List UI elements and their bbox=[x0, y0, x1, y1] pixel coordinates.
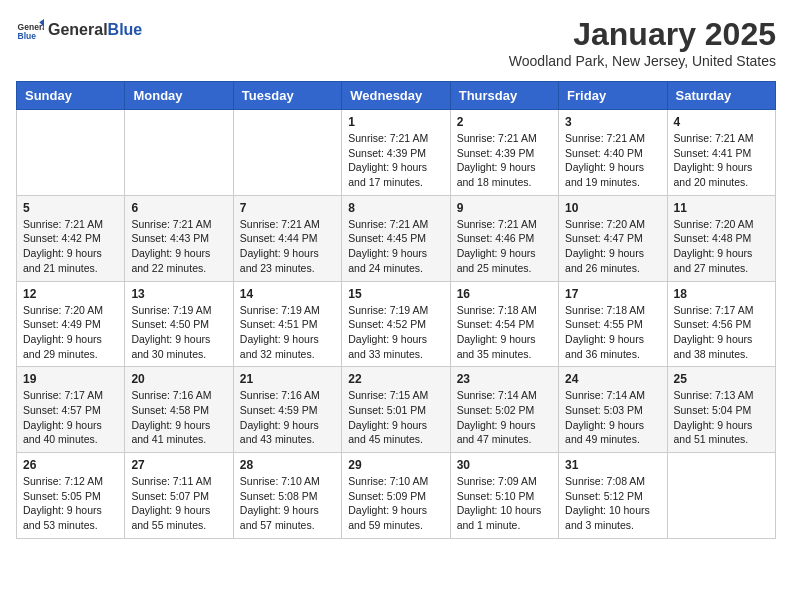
calendar-week-row: 26Sunrise: 7:12 AM Sunset: 5:05 PM Dayli… bbox=[17, 453, 776, 539]
logo-icon: General Blue bbox=[16, 16, 44, 44]
calendar-week-row: 12Sunrise: 7:20 AM Sunset: 4:49 PM Dayli… bbox=[17, 281, 776, 367]
calendar-cell: 19Sunrise: 7:17 AM Sunset: 4:57 PM Dayli… bbox=[17, 367, 125, 453]
page-header: General Blue GeneralBlue January 2025 Wo… bbox=[16, 16, 776, 69]
calendar-cell: 21Sunrise: 7:16 AM Sunset: 4:59 PM Dayli… bbox=[233, 367, 341, 453]
day-info: Sunrise: 7:08 AM Sunset: 5:12 PM Dayligh… bbox=[565, 474, 660, 533]
title-block: January 2025 Woodland Park, New Jersey, … bbox=[509, 16, 776, 69]
calendar-cell: 14Sunrise: 7:19 AM Sunset: 4:51 PM Dayli… bbox=[233, 281, 341, 367]
day-info: Sunrise: 7:14 AM Sunset: 5:03 PM Dayligh… bbox=[565, 388, 660, 447]
day-number: 12 bbox=[23, 287, 118, 301]
day-info: Sunrise: 7:19 AM Sunset: 4:52 PM Dayligh… bbox=[348, 303, 443, 362]
day-number: 10 bbox=[565, 201, 660, 215]
calendar-cell: 23Sunrise: 7:14 AM Sunset: 5:02 PM Dayli… bbox=[450, 367, 558, 453]
day-number: 21 bbox=[240, 372, 335, 386]
day-info: Sunrise: 7:21 AM Sunset: 4:45 PM Dayligh… bbox=[348, 217, 443, 276]
day-number: 28 bbox=[240, 458, 335, 472]
calendar-cell: 26Sunrise: 7:12 AM Sunset: 5:05 PM Dayli… bbox=[17, 453, 125, 539]
day-number: 18 bbox=[674, 287, 769, 301]
day-number: 3 bbox=[565, 115, 660, 129]
calendar-cell: 30Sunrise: 7:09 AM Sunset: 5:10 PM Dayli… bbox=[450, 453, 558, 539]
logo-general: General bbox=[48, 21, 108, 39]
calendar-cell: 11Sunrise: 7:20 AM Sunset: 4:48 PM Dayli… bbox=[667, 195, 775, 281]
calendar-cell: 1Sunrise: 7:21 AM Sunset: 4:39 PM Daylig… bbox=[342, 110, 450, 196]
day-number: 22 bbox=[348, 372, 443, 386]
day-info: Sunrise: 7:21 AM Sunset: 4:44 PM Dayligh… bbox=[240, 217, 335, 276]
day-number: 15 bbox=[348, 287, 443, 301]
calendar-week-row: 19Sunrise: 7:17 AM Sunset: 4:57 PM Dayli… bbox=[17, 367, 776, 453]
day-info: Sunrise: 7:21 AM Sunset: 4:46 PM Dayligh… bbox=[457, 217, 552, 276]
location-title: Woodland Park, New Jersey, United States bbox=[509, 53, 776, 69]
day-number: 26 bbox=[23, 458, 118, 472]
day-info: Sunrise: 7:21 AM Sunset: 4:39 PM Dayligh… bbox=[348, 131, 443, 190]
day-number: 13 bbox=[131, 287, 226, 301]
calendar-cell: 20Sunrise: 7:16 AM Sunset: 4:58 PM Dayli… bbox=[125, 367, 233, 453]
day-info: Sunrise: 7:21 AM Sunset: 4:41 PM Dayligh… bbox=[674, 131, 769, 190]
calendar-cell bbox=[233, 110, 341, 196]
calendar-cell bbox=[17, 110, 125, 196]
day-number: 5 bbox=[23, 201, 118, 215]
day-info: Sunrise: 7:21 AM Sunset: 4:42 PM Dayligh… bbox=[23, 217, 118, 276]
calendar-cell: 28Sunrise: 7:10 AM Sunset: 5:08 PM Dayli… bbox=[233, 453, 341, 539]
day-number: 14 bbox=[240, 287, 335, 301]
day-number: 7 bbox=[240, 201, 335, 215]
calendar-cell bbox=[125, 110, 233, 196]
day-number: 11 bbox=[674, 201, 769, 215]
calendar-cell: 13Sunrise: 7:19 AM Sunset: 4:50 PM Dayli… bbox=[125, 281, 233, 367]
day-info: Sunrise: 7:10 AM Sunset: 5:08 PM Dayligh… bbox=[240, 474, 335, 533]
calendar-header-row: SundayMondayTuesdayWednesdayThursdayFrid… bbox=[17, 82, 776, 110]
day-info: Sunrise: 7:21 AM Sunset: 4:43 PM Dayligh… bbox=[131, 217, 226, 276]
day-info: Sunrise: 7:17 AM Sunset: 4:57 PM Dayligh… bbox=[23, 388, 118, 447]
day-number: 24 bbox=[565, 372, 660, 386]
day-number: 31 bbox=[565, 458, 660, 472]
day-number: 30 bbox=[457, 458, 552, 472]
calendar-day-header: Friday bbox=[559, 82, 667, 110]
day-info: Sunrise: 7:13 AM Sunset: 5:04 PM Dayligh… bbox=[674, 388, 769, 447]
calendar-cell: 29Sunrise: 7:10 AM Sunset: 5:09 PM Dayli… bbox=[342, 453, 450, 539]
day-number: 6 bbox=[131, 201, 226, 215]
day-info: Sunrise: 7:12 AM Sunset: 5:05 PM Dayligh… bbox=[23, 474, 118, 533]
calendar-week-row: 1Sunrise: 7:21 AM Sunset: 4:39 PM Daylig… bbox=[17, 110, 776, 196]
calendar-cell: 6Sunrise: 7:21 AM Sunset: 4:43 PM Daylig… bbox=[125, 195, 233, 281]
calendar-cell: 25Sunrise: 7:13 AM Sunset: 5:04 PM Dayli… bbox=[667, 367, 775, 453]
day-number: 17 bbox=[565, 287, 660, 301]
day-number: 9 bbox=[457, 201, 552, 215]
day-number: 1 bbox=[348, 115, 443, 129]
calendar-cell: 4Sunrise: 7:21 AM Sunset: 4:41 PM Daylig… bbox=[667, 110, 775, 196]
calendar-cell: 18Sunrise: 7:17 AM Sunset: 4:56 PM Dayli… bbox=[667, 281, 775, 367]
calendar-cell: 27Sunrise: 7:11 AM Sunset: 5:07 PM Dayli… bbox=[125, 453, 233, 539]
calendar-cell: 31Sunrise: 7:08 AM Sunset: 5:12 PM Dayli… bbox=[559, 453, 667, 539]
day-info: Sunrise: 7:14 AM Sunset: 5:02 PM Dayligh… bbox=[457, 388, 552, 447]
day-number: 4 bbox=[674, 115, 769, 129]
day-number: 8 bbox=[348, 201, 443, 215]
day-info: Sunrise: 7:21 AM Sunset: 4:39 PM Dayligh… bbox=[457, 131, 552, 190]
calendar-cell: 7Sunrise: 7:21 AM Sunset: 4:44 PM Daylig… bbox=[233, 195, 341, 281]
day-number: 23 bbox=[457, 372, 552, 386]
day-info: Sunrise: 7:17 AM Sunset: 4:56 PM Dayligh… bbox=[674, 303, 769, 362]
day-info: Sunrise: 7:11 AM Sunset: 5:07 PM Dayligh… bbox=[131, 474, 226, 533]
month-title: January 2025 bbox=[509, 16, 776, 53]
calendar-cell: 2Sunrise: 7:21 AM Sunset: 4:39 PM Daylig… bbox=[450, 110, 558, 196]
calendar-body: 1Sunrise: 7:21 AM Sunset: 4:39 PM Daylig… bbox=[17, 110, 776, 539]
calendar-cell: 9Sunrise: 7:21 AM Sunset: 4:46 PM Daylig… bbox=[450, 195, 558, 281]
calendar-cell: 16Sunrise: 7:18 AM Sunset: 4:54 PM Dayli… bbox=[450, 281, 558, 367]
day-info: Sunrise: 7:10 AM Sunset: 5:09 PM Dayligh… bbox=[348, 474, 443, 533]
calendar-day-header: Saturday bbox=[667, 82, 775, 110]
calendar-cell: 5Sunrise: 7:21 AM Sunset: 4:42 PM Daylig… bbox=[17, 195, 125, 281]
calendar-day-header: Wednesday bbox=[342, 82, 450, 110]
day-number: 20 bbox=[131, 372, 226, 386]
calendar-week-row: 5Sunrise: 7:21 AM Sunset: 4:42 PM Daylig… bbox=[17, 195, 776, 281]
day-info: Sunrise: 7:16 AM Sunset: 4:59 PM Dayligh… bbox=[240, 388, 335, 447]
day-info: Sunrise: 7:19 AM Sunset: 4:50 PM Dayligh… bbox=[131, 303, 226, 362]
calendar-day-header: Sunday bbox=[17, 82, 125, 110]
day-info: Sunrise: 7:18 AM Sunset: 4:54 PM Dayligh… bbox=[457, 303, 552, 362]
day-number: 27 bbox=[131, 458, 226, 472]
calendar-table: SundayMondayTuesdayWednesdayThursdayFrid… bbox=[16, 81, 776, 539]
calendar-day-header: Monday bbox=[125, 82, 233, 110]
calendar-cell: 24Sunrise: 7:14 AM Sunset: 5:03 PM Dayli… bbox=[559, 367, 667, 453]
calendar-day-header: Tuesday bbox=[233, 82, 341, 110]
logo: General Blue GeneralBlue bbox=[16, 16, 142, 44]
logo-blue: Blue bbox=[108, 21, 143, 39]
day-info: Sunrise: 7:09 AM Sunset: 5:10 PM Dayligh… bbox=[457, 474, 552, 533]
day-info: Sunrise: 7:20 AM Sunset: 4:48 PM Dayligh… bbox=[674, 217, 769, 276]
day-info: Sunrise: 7:20 AM Sunset: 4:49 PM Dayligh… bbox=[23, 303, 118, 362]
